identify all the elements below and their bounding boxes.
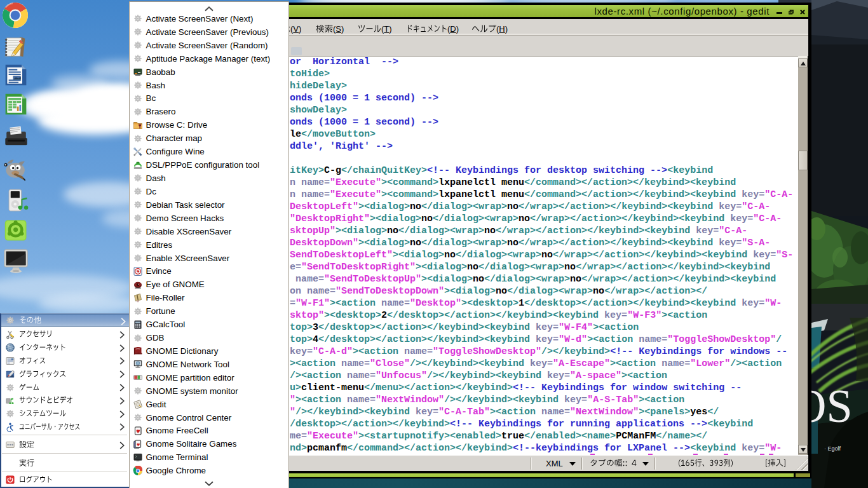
svg-text:OS: OS [811,380,853,432]
svg-text:· Egolf: · Egolf [824,445,841,452]
